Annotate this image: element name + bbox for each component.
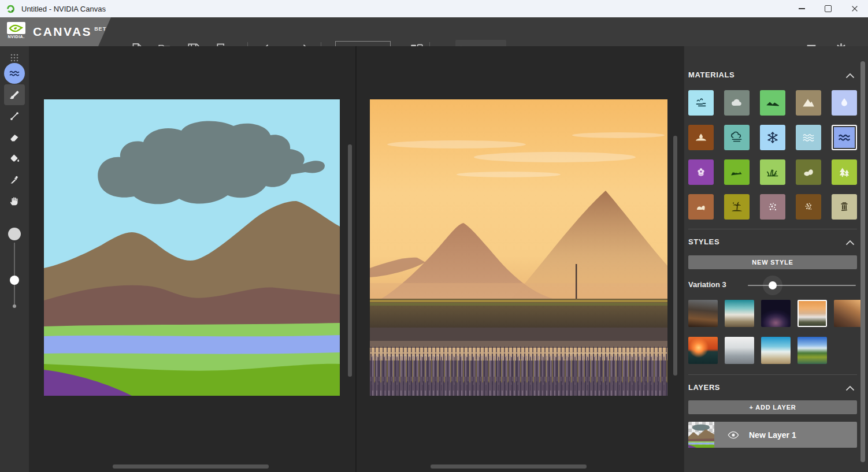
app-icon [6, 4, 16, 14]
canvas-area [29, 46, 684, 472]
left-canvas-hscroll[interactable] [113, 464, 269, 469]
style-night-arch[interactable] [761, 300, 791, 327]
layer-row[interactable]: New Layer 1 [688, 422, 857, 448]
left-canvas-vscroll[interactable] [348, 144, 352, 377]
eraser-tool[interactable] [4, 127, 25, 148]
paint-canvas[interactable] [44, 99, 340, 396]
material-sand[interactable] [724, 194, 750, 220]
right-canvas-hscroll[interactable] [431, 464, 587, 469]
material-fog[interactable] [724, 125, 750, 150]
sea-waves-icon [837, 130, 852, 145]
material-cloud[interactable] [724, 90, 750, 116]
material-water[interactable] [832, 90, 857, 116]
layers-collapse-chevron[interactable] [845, 384, 855, 391]
stone-icon [801, 165, 816, 180]
gravel-dots-icon [765, 199, 780, 214]
right-panel: MATERIALS STYLES NEW STYLE Variation 3 [684, 46, 868, 472]
variation-slider[interactable] [748, 279, 856, 292]
section-divider [688, 374, 857, 375]
style-rocky-peak[interactable] [834, 300, 863, 327]
layer-name: New Layer 1 [749, 430, 796, 440]
add-layer-button[interactable]: + ADD LAYER [688, 400, 857, 414]
variation-label: Variation 3 [688, 280, 726, 289]
line-icon [8, 110, 21, 122]
style-foggy-mountains[interactable] [725, 337, 754, 364]
paintbrush-icon [8, 88, 21, 101]
material-ruins[interactable] [832, 194, 857, 220]
right-canvas-vscroll[interactable] [673, 136, 677, 376]
paint-bucket-icon [8, 152, 21, 165]
materials-header: MATERIALS [688, 70, 857, 81]
dirt-icon [693, 130, 709, 145]
materials-grid [688, 90, 857, 220]
hand-tool[interactable] [4, 191, 25, 211]
snowflake-icon [765, 130, 780, 145]
material-rock[interactable] [688, 194, 714, 220]
materials-collapse-chevron[interactable] [845, 72, 855, 79]
material-dirt[interactable] [688, 125, 714, 150]
river-icon [801, 130, 816, 145]
material-bush[interactable] [724, 159, 750, 185]
eyedropper-tool[interactable] [4, 169, 25, 190]
brush-size-slider-track[interactable] [14, 243, 15, 305]
app-name: CANVAS [33, 25, 92, 38]
style-desert-rocks[interactable] [688, 300, 718, 327]
material-river[interactable] [796, 125, 821, 150]
hill-icon [765, 95, 780, 110]
material-snow[interactable] [760, 125, 785, 150]
eyedropper-icon [8, 173, 21, 186]
material-sea[interactable] [832, 125, 857, 150]
mountain-icon [801, 95, 816, 110]
layer-visibility-eye-icon[interactable] [727, 429, 740, 441]
section-divider [688, 229, 857, 229]
brush-size-slider-handle[interactable] [10, 276, 19, 285]
style-beach-clouds[interactable] [761, 337, 791, 364]
paintbrush-tool[interactable] [4, 84, 25, 105]
sky-icon [693, 95, 709, 110]
active-material-button[interactable] [4, 63, 25, 84]
titlebar: Untitled - NVIDIA Canvas [0, 0, 868, 17]
nvidia-canvas-window: { "window": { "title": "Untitled - NVIDI… [0, 0, 868, 472]
tree-icon [837, 165, 852, 180]
variation-slider-handle[interactable] [769, 281, 777, 289]
material-mountain[interactable] [796, 90, 821, 116]
eraser-icon [8, 131, 21, 144]
new-style-button[interactable]: NEW STYLE [688, 255, 857, 269]
material-sky[interactable] [688, 90, 714, 116]
grid-dots-icon [9, 52, 20, 64]
hand-icon [8, 195, 21, 207]
layers-header: LAYERS [688, 383, 857, 393]
style-sunset-fog-mountains[interactable] [797, 300, 827, 327]
sea-waves-icon [8, 67, 21, 80]
nvidia-logo: NVIDIA. [6, 22, 26, 42]
fog-icon [729, 130, 744, 145]
material-flower[interactable] [688, 159, 714, 185]
variation-row: Variation 3 [688, 279, 857, 292]
material-stone[interactable] [796, 159, 821, 185]
bush-icon [729, 165, 744, 180]
style-ocean-sunset[interactable] [688, 337, 718, 364]
close-button[interactable] [841, 0, 868, 17]
material-hill[interactable] [760, 90, 785, 116]
material-mud[interactable] [796, 194, 821, 220]
flower-icon [693, 165, 709, 180]
grass-icon [765, 165, 780, 180]
style-alpine-lake[interactable] [797, 337, 827, 364]
brush-size-min-dot [13, 304, 16, 308]
styles-collapse-chevron[interactable] [845, 239, 855, 246]
style-thumbnails-row2 [688, 337, 862, 364]
material-tree[interactable] [832, 159, 857, 185]
tool-rail [0, 46, 29, 472]
mud-dots-icon [801, 199, 816, 214]
style-teal-sky-clouds[interactable] [725, 300, 754, 327]
maximize-button[interactable] [815, 0, 841, 17]
styles-header: STYLES [688, 237, 857, 248]
line-tool[interactable] [4, 106, 25, 127]
material-gravel[interactable] [760, 194, 785, 220]
panel-scrollbar[interactable] [860, 61, 865, 462]
minimize-button[interactable] [788, 0, 815, 17]
render-preview [370, 99, 667, 396]
toolbar: NVIDIA. CANVASBETA 50% RENDER [0, 17, 868, 46]
fill-tool[interactable] [4, 148, 25, 169]
material-grass[interactable] [760, 159, 785, 185]
